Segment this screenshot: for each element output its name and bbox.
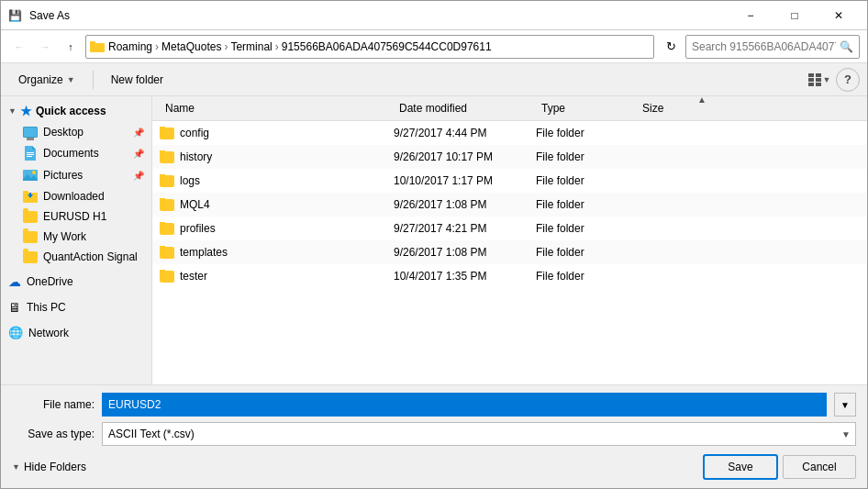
- save-button[interactable]: Save: [704, 455, 777, 479]
- sidebar-section-onedrive: ☁ OneDrive: [1, 271, 151, 293]
- new-folder-button[interactable]: New folder: [101, 68, 173, 92]
- sidebar-item-pictures[interactable]: Pictures 📌: [1, 164, 151, 186]
- svg-rect-17: [29, 193, 31, 196]
- table-row[interactable]: config 9/27/2017 4:44 PM File folder: [152, 121, 867, 145]
- window-icon: 💾: [8, 9, 22, 22]
- folder-icon: [23, 231, 38, 243]
- sidebar-item-desktop[interactable]: Desktop 📌: [1, 122, 151, 142]
- table-row[interactable]: history 9/26/2017 10:17 PM File folder: [152, 145, 867, 169]
- sidebar-item-documents[interactable]: Documents 📌: [1, 142, 151, 164]
- svg-rect-5: [816, 78, 821, 82]
- close-button[interactable]: ✕: [818, 1, 860, 30]
- toolbar-separator: [93, 71, 94, 89]
- table-row[interactable]: MQL4 9/26/2017 1:08 PM File folder: [152, 193, 867, 217]
- breadcrumb[interactable]: Roaming › MetaQuotes › Terminal › 915566…: [85, 35, 654, 59]
- chevron-down-icon: ▼: [12, 462, 20, 472]
- search-input[interactable]: [692, 40, 836, 53]
- bottom-area: File name: ▼ Save as type: ASCII Text (*…: [1, 384, 867, 488]
- folder-icon: [23, 251, 38, 263]
- column-header-date[interactable]: Date modified: [394, 98, 536, 118]
- organize-button[interactable]: Organize ▼: [8, 68, 85, 92]
- up-button[interactable]: ↑: [60, 36, 82, 58]
- pictures-icon: [23, 168, 38, 183]
- folder-icon: [160, 199, 174, 211]
- network-icon: 🌐: [8, 326, 23, 339]
- title-bar: 💾 Save As − □ ✕: [1, 1, 867, 30]
- quick-access-icon: ★: [20, 104, 32, 118]
- svg-rect-1: [90, 41, 95, 45]
- documents-icon: [23, 146, 38, 161]
- svg-point-13: [32, 171, 36, 174]
- forward-button[interactable]: →: [34, 36, 56, 58]
- svg-rect-9: [27, 154, 34, 155]
- hide-folders-button[interactable]: ▼ Hide Folders: [12, 461, 86, 473]
- filename-label: File name:: [12, 398, 95, 411]
- quick-access-label: Quick access: [36, 105, 106, 117]
- sidebar-item-eurusd[interactable]: EURUSD H1: [1, 206, 151, 227]
- breadcrumb-item[interactable]: Roaming › MetaQuotes › Terminal › 915566…: [108, 40, 492, 53]
- buttons-row: ▼ Hide Folders Save Cancel: [12, 451, 856, 481]
- svg-rect-3: [816, 73, 821, 77]
- sidebar-header-quick-access[interactable]: ▼ ★ Quick access: [1, 100, 151, 122]
- pin-icon: 📌: [133, 149, 144, 159]
- filename-input[interactable]: [102, 393, 827, 417]
- folder-icon: [23, 211, 38, 223]
- refresh-button[interactable]: ↻: [660, 36, 682, 58]
- folder-icon: [160, 247, 174, 259]
- folder-icon: [160, 128, 174, 139]
- sidebar-section-network: 🌐 Network: [1, 322, 151, 343]
- cancel-button[interactable]: Cancel: [783, 455, 856, 479]
- table-row[interactable]: profiles 9/27/2017 4:21 PM File folder: [152, 217, 867, 240]
- downloaded-folder-icon: [23, 190, 38, 203]
- computer-icon: 🖥: [8, 300, 21, 315]
- sidebar-item-thispc[interactable]: 🖥 This PC: [1, 296, 151, 318]
- column-header-type[interactable]: Type: [536, 98, 637, 118]
- svg-rect-8: [27, 152, 34, 153]
- column-header-name[interactable]: Name: [160, 98, 394, 118]
- pin-icon: 📌: [133, 171, 144, 181]
- folder-icon: [160, 223, 174, 235]
- minimize-button[interactable]: −: [729, 1, 772, 30]
- sort-arrow-icon: ▲: [697, 96, 707, 105]
- folder-icon: [160, 175, 174, 187]
- chevron-down-icon: ▼: [823, 75, 831, 84]
- window-title: Save As: [29, 9, 70, 22]
- svg-rect-6: [808, 83, 814, 86]
- folder-icon: [90, 40, 105, 52]
- toolbar: Organize ▼ New folder ▼ ?: [1, 63, 867, 96]
- filename-row: File name: ▼: [12, 393, 856, 417]
- main-content: ▼ ★ Quick access Desktop 📌: [1, 96, 867, 384]
- sidebar-section-quick-access: ▼ ★ Quick access Desktop 📌: [1, 100, 151, 267]
- sidebar: ▼ ★ Quick access Desktop 📌: [1, 96, 152, 384]
- maximize-button[interactable]: □: [773, 1, 816, 30]
- back-button[interactable]: ←: [8, 36, 30, 58]
- svg-rect-15: [23, 191, 28, 194]
- folder-icon: [160, 271, 174, 283]
- dropdown-arrow-icon: ▼: [834, 393, 856, 417]
- chevron-down-icon: ▼: [67, 75, 75, 84]
- search-icon: 🔍: [840, 40, 853, 53]
- chevron-down-icon: ▼: [8, 106, 17, 116]
- table-row[interactable]: logs 10/10/2017 1:17 PM File folder: [152, 169, 867, 193]
- sidebar-item-downloaded[interactable]: Downloaded: [1, 186, 151, 206]
- saveastype-select[interactable]: ASCII Text (*.csv): [102, 422, 856, 446]
- search-box[interactable]: 🔍: [685, 35, 860, 59]
- address-bar: ← → ↑ Roaming › MetaQuotes › Terminal › …: [1, 30, 867, 63]
- view-options-button[interactable]: ▼: [807, 68, 832, 92]
- desktop-icon: [23, 127, 38, 138]
- saveastype-row: Save as type: ASCII Text (*.csv) ▼: [12, 422, 856, 446]
- onedrive-icon: ☁: [8, 274, 21, 289]
- svg-rect-7: [816, 83, 821, 86]
- saveastype-wrapper: ASCII Text (*.csv) ▼: [102, 422, 856, 446]
- table-row[interactable]: tester 10/4/2017 1:35 PM File folder: [152, 264, 867, 288]
- sidebar-item-onedrive[interactable]: ☁ OneDrive: [1, 271, 151, 293]
- sidebar-item-mywork[interactable]: My Work: [1, 227, 151, 247]
- svg-rect-4: [808, 78, 814, 82]
- sidebar-item-quantaction[interactable]: QuantAction Signal: [1, 247, 151, 267]
- file-list-header: ▲ Name Date modified Type Size: [152, 96, 867, 121]
- help-button[interactable]: ?: [836, 68, 860, 92]
- table-row[interactable]: templates 9/26/2017 1:08 PM File folder: [152, 240, 867, 264]
- sidebar-item-network[interactable]: 🌐 Network: [1, 322, 151, 343]
- svg-rect-2: [808, 73, 814, 77]
- pin-icon: 📌: [133, 128, 144, 138]
